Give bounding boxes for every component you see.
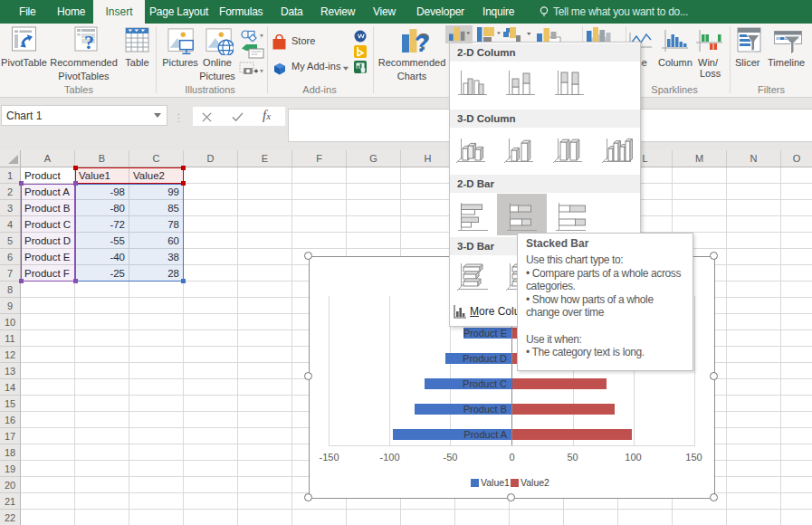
svg-text:?: ? (415, 31, 428, 56)
svg-text:?: ? (84, 31, 94, 53)
